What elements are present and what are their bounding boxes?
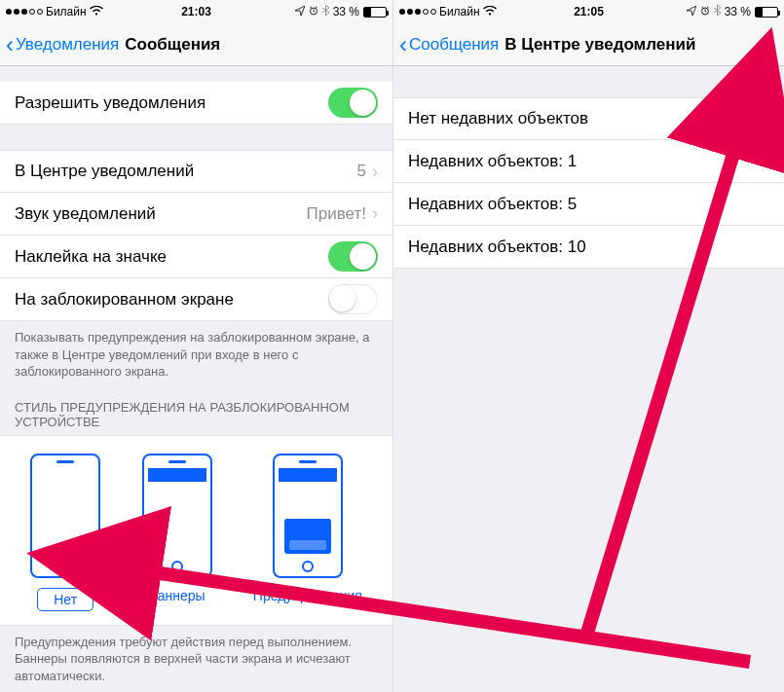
battery-icon bbox=[363, 7, 387, 18]
cell-badge[interactable]: Наклейка на значке bbox=[0, 236, 392, 278]
cell-lockscreen[interactable]: На заблокированном экране bbox=[0, 278, 392, 321]
cell-label: Недавних объектов: 10 bbox=[408, 237, 769, 257]
battery-percent: 33 % bbox=[333, 5, 359, 18]
carrier-label: Билайн bbox=[439, 5, 480, 18]
toggle-badge[interactable] bbox=[328, 241, 378, 272]
alert-style-picker: Нет Баннеры Предупреждения bbox=[0, 435, 392, 626]
nav-bar: ‹ Сообщения В Центре уведомлений bbox=[393, 23, 784, 66]
option-1-recent[interactable]: Недавних объектов: 1 bbox=[393, 140, 784, 183]
clock: 21:05 bbox=[574, 5, 604, 18]
cell-value: Привет! bbox=[307, 204, 366, 224]
option-10-recent[interactable]: Недавних объектов: 10 bbox=[393, 226, 784, 269]
signal-dots-icon bbox=[6, 9, 43, 15]
bluetooth-icon bbox=[322, 5, 329, 18]
phone-banners-icon bbox=[142, 454, 212, 578]
phone-alerts-icon bbox=[273, 454, 343, 578]
cell-sound[interactable]: Звук уведомлений Привет! › bbox=[0, 193, 392, 236]
style-option-none[interactable]: Нет bbox=[30, 454, 100, 611]
back-label: Сообщения bbox=[409, 35, 499, 55]
screen-notification-center: Билайн 21:05 33 % ‹ Сообщения В Центре у… bbox=[392, 0, 784, 692]
location-icon bbox=[687, 5, 696, 18]
status-bar: Билайн 21:05 33 % bbox=[393, 0, 784, 23]
alarm-icon bbox=[309, 5, 318, 18]
back-button[interactable]: ‹ Сообщения bbox=[393, 33, 499, 56]
signal-dots-icon bbox=[399, 9, 436, 15]
back-button[interactable]: ‹ Уведомления bbox=[0, 33, 119, 56]
status-bar-right: 33 % bbox=[687, 5, 778, 18]
cell-label: На заблокированном экране bbox=[15, 290, 328, 310]
page-title: В Центре уведомлений bbox=[499, 35, 695, 55]
battery-icon bbox=[755, 7, 778, 18]
carrier-label: Билайн bbox=[46, 5, 87, 18]
cell-label: Недавних объектов: 5 bbox=[408, 195, 769, 214]
back-label: Уведомления bbox=[16, 35, 119, 55]
cell-label: Нет недавних объектов bbox=[408, 109, 755, 128]
style-alerts-label: Предупреждения bbox=[253, 588, 362, 603]
status-bar-left: Билайн bbox=[399, 5, 497, 18]
clock: 21:03 bbox=[181, 5, 211, 18]
cell-label: Разрешить уведомления bbox=[15, 93, 328, 113]
chevron-left-icon: ‹ bbox=[399, 33, 407, 56]
cell-value: 5 bbox=[357, 162, 366, 181]
cell-label: Недавних объектов: 1 bbox=[408, 152, 769, 171]
checkmark-icon: ✓ bbox=[755, 108, 769, 129]
battery-percent: 33 % bbox=[725, 5, 751, 18]
style-none-button[interactable]: Нет bbox=[37, 588, 93, 611]
status-bar: Билайн 21:03 33 % bbox=[0, 0, 392, 23]
cell-label: Звук уведомлений bbox=[15, 204, 307, 224]
style-option-alerts[interactable]: Предупреждения bbox=[253, 454, 362, 611]
status-bar-right: 33 % bbox=[295, 5, 387, 18]
wifi-icon bbox=[90, 5, 103, 18]
header-alert-style: СТИЛЬ ПРЕДУПРЕЖДЕНИЯ НА РАЗБЛОКИРОВАННОМ… bbox=[0, 386, 392, 435]
status-bar-left: Билайн bbox=[6, 5, 103, 18]
bluetooth-icon bbox=[714, 5, 721, 18]
phone-none-icon bbox=[30, 454, 100, 578]
chevron-left-icon: ‹ bbox=[6, 33, 14, 56]
page-title: Сообщения bbox=[119, 35, 220, 55]
option-no-recent[interactable]: Нет недавних объектов ✓ bbox=[393, 97, 784, 140]
option-5-recent[interactable]: Недавних объектов: 5 bbox=[393, 183, 784, 226]
nav-bar: ‹ Уведомления Сообщения bbox=[0, 23, 392, 66]
style-option-banners[interactable]: Баннеры bbox=[142, 454, 212, 611]
chevron-right-icon: › bbox=[372, 203, 378, 224]
chevron-right-icon: › bbox=[372, 162, 378, 182]
cell-notification-center[interactable]: В Центре уведомлений 5 › bbox=[0, 150, 392, 193]
toggle-lockscreen[interactable] bbox=[328, 284, 378, 314]
alarm-icon bbox=[700, 5, 710, 18]
toggle-allow[interactable] bbox=[328, 88, 378, 118]
cell-allow-notifications[interactable]: Разрешить уведомления bbox=[0, 82, 392, 125]
wifi-icon bbox=[483, 5, 497, 18]
style-banners-label: Баннеры bbox=[148, 588, 205, 603]
cell-label: В Центре уведомлений bbox=[15, 162, 357, 181]
location-icon bbox=[295, 5, 305, 18]
footer-alert-style: Предупреждения требуют действия перед вы… bbox=[0, 626, 392, 691]
footer-lockscreen: Показывать предупреждения на заблокирова… bbox=[0, 321, 392, 386]
screen-messages-settings: Билайн 21:03 33 % ‹ Уведомления Сообщени… bbox=[0, 0, 392, 692]
cell-label: Наклейка на значке bbox=[15, 247, 328, 267]
